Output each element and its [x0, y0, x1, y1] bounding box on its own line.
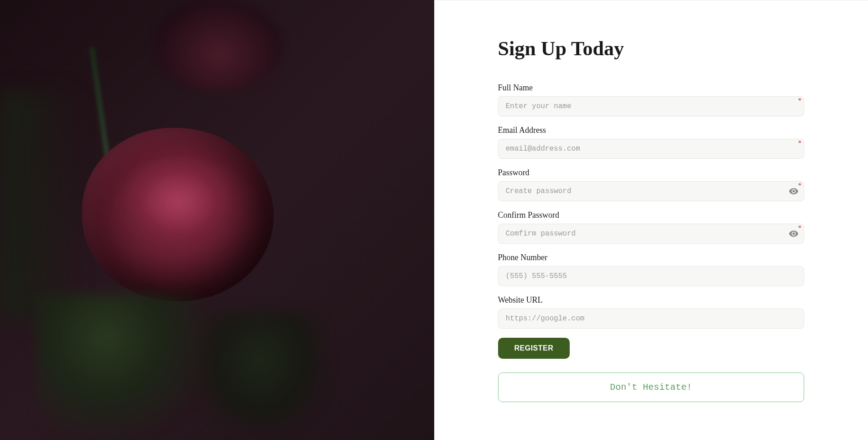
password-label: Password: [498, 168, 805, 178]
signup-form-panel: Sign Up Today Full Name * Email Address …: [434, 0, 868, 440]
website-label: Website URL: [498, 295, 805, 305]
phone-input[interactable]: [498, 266, 805, 286]
page-title: Sign Up Today: [498, 37, 805, 60]
required-indicator: *: [798, 182, 801, 189]
email-label: Email Address: [498, 126, 805, 135]
required-indicator: *: [798, 140, 801, 147]
required-indicator: *: [798, 225, 801, 232]
cta-box: Don't Hesitate!: [498, 372, 805, 402]
confirm-password-label: Confirm Password: [498, 210, 805, 220]
password-input[interactable]: [498, 181, 805, 201]
required-indicator: *: [798, 97, 801, 105]
eye-icon[interactable]: [789, 229, 799, 239]
full-name-input[interactable]: [498, 96, 805, 116]
email-input[interactable]: [498, 139, 805, 159]
cta-text: Don't Hesitate!: [610, 382, 692, 393]
hero-image-panel: [0, 0, 434, 440]
full-name-label: Full Name: [498, 83, 805, 93]
confirm-password-input[interactable]: [498, 224, 805, 244]
phone-label: Phone Number: [498, 253, 805, 262]
eye-icon[interactable]: [789, 186, 799, 196]
register-button[interactable]: REGISTER: [498, 338, 570, 359]
website-input[interactable]: [498, 309, 805, 329]
signup-form: Full Name * Email Address * Password *: [498, 83, 805, 402]
